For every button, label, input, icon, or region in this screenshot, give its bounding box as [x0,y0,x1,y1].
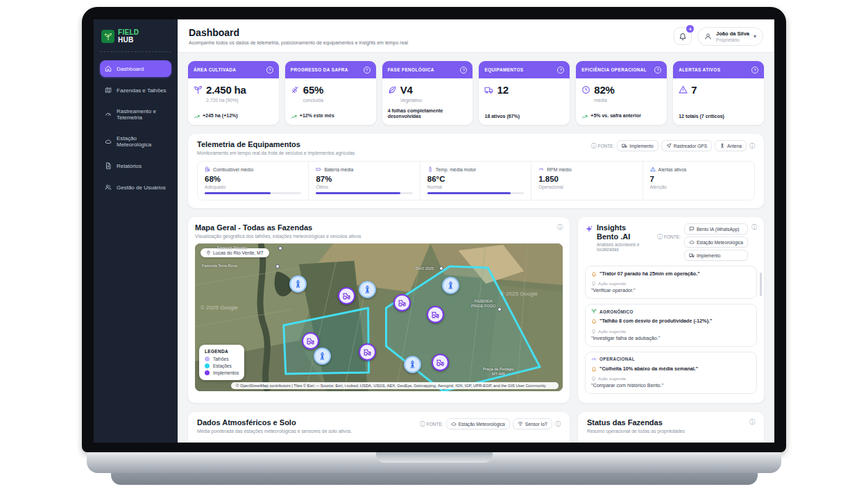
map-watermark: © 2025 Google [500,291,538,297]
map-marker-station[interactable] [442,277,459,294]
user-menu[interactable]: João da Silva Proprietário ▾ [697,27,763,46]
info-icon: ⓘ [590,142,596,150]
map-marker-implement[interactable] [338,287,355,304]
sidebar-item-label: Estação Meteorológica [117,135,167,148]
help-icon[interactable]: ? [364,67,371,74]
map-marker-implement[interactable] [427,306,444,323]
map-marker-station[interactable] [404,356,421,373]
chat-icon [689,226,695,232]
stat-value: 86°C [427,175,524,183]
info-icon[interactable]: ⓘ [751,223,757,231]
stat-status: Ótimo [316,185,412,189]
info-icon[interactable]: ⓘ [557,223,563,231]
source-chip-estacao[interactable]: Estação Meteorológica [684,237,748,248]
sidebar-item-fazendas[interactable]: Fazendas e Talhões [100,82,171,98]
legend-swatch [205,370,210,375]
help-icon[interactable]: ? [654,67,661,74]
kpi-title: ÁREA CULTIVADA [194,67,236,72]
main-area: Dashboard Acompanhe todos os dados de te… [178,19,774,443]
insights-scrollbar[interactable] [760,273,762,296]
stat-value: 87% [316,175,412,183]
sprout-icon [591,309,597,314]
tractor-icon [342,291,351,300]
kpi-footer: +5% vs. safra anterior [581,113,661,120]
topbar-actions: 4 João da Silva Proprietário ▾ [674,27,763,46]
source-chip-bento-ia[interactable]: Bento IA (WhatsApp) [684,223,748,234]
sidebar-item-rastreamento[interactable]: Rastreamento e Telemetria [100,103,171,126]
info-icon[interactable]: ⓘ [749,142,755,150]
stat-status: Adequado [205,185,301,189]
map-canvas[interactable]: Lucas do Rio Verde, MT Fazenda Planalto … [195,243,563,391]
legend-title: LEGENDA [205,349,239,354]
notifications-button[interactable]: 4 [674,27,692,45]
telemetry-title: Telemetria de Equipamentos [197,140,355,148]
bell-icon [679,32,687,40]
file-icon [105,162,112,169]
stat-rpm: RPM médio 1.850 Operacional [531,162,643,200]
source-chip-antena[interactable]: Antena [715,140,747,151]
info-icon[interactable]: ⓘ [555,420,561,428]
sidebar-item-usuarios[interactable]: Gestão de Usuários [100,179,171,196]
sidebar-item-label: Rastreamento e Telemetria [117,108,167,121]
gauge-icon [538,166,544,172]
laptop-base-notch [376,452,493,463]
person-icon [704,33,712,40]
kpi-subtitle: 2.720 ha (90%) [206,98,273,103]
legend-swatch [205,357,210,361]
progress-fill [205,192,271,194]
source-chip-rastreador-gps[interactable]: Rastreador GPS [661,140,712,151]
sidebar-item-relatorios[interactable]: Relatórios [100,157,171,174]
kpi-value: 2.450 ha [206,84,246,96]
insights-subtitle: Análises acionáveis e localizadas [597,242,657,252]
wheat-icon [291,85,300,94]
sidebar-item-estacao[interactable]: Estação Meteorológica [100,130,171,153]
map-farm-dot[interactable] [278,246,282,250]
page-subtitle: Acompanhe todos os dados de telemetria, … [189,40,408,45]
sidebar-divider [100,51,171,52]
map-marker-station[interactable] [314,348,331,365]
source-chip-implemento[interactable]: Implemento [684,250,748,261]
dashboard-content: ÁREA CULTIVADA ? 2.450 ha 2.720 ha (90%) [178,53,774,443]
info-icon[interactable]: ⓘ [749,418,755,426]
farms-status-title: Status das Fazendas [587,418,685,427]
help-icon[interactable]: ? [751,67,758,74]
source-chip-sensor-iot[interactable]: Sensor IoT [513,418,552,429]
telemetry-panel: Telemetria de Equipamentos Monitoramento… [188,134,764,208]
insight-card[interactable]: "Trator 07 parado há 25min em operação."… [585,266,757,299]
map-marker-implement[interactable] [302,332,319,350]
kpi-title: FASE FENOLÓGICA [388,67,434,72]
map-marker-station[interactable] [289,275,307,293]
map-farm-dot[interactable] [275,264,280,268]
help-icon[interactable]: ? [460,67,467,74]
insight-card[interactable]: OPERACIONAL "Colheita 10% abaixo da médi… [585,352,757,394]
progress-fill [427,192,511,194]
laptop-base-lower [111,473,758,485]
kpi-subtitle: Vegetativo [400,98,468,103]
telemetry-subtitle: Monitoramento em tempo real da frota de … [197,151,355,155]
tractor-icon [363,348,372,357]
kpi-footer: 18 ativos (67%) [484,114,564,120]
fonte-label: FONTE: [427,422,443,427]
insight-card[interactable]: AGRONÔMICO "Talhão 8 com desvio de produ… [585,304,757,346]
sidebar-item-dashboard[interactable]: Dashboard [100,60,171,77]
map-farm-dot[interactable] [497,307,502,311]
help-icon[interactable]: ? [266,67,273,74]
leaf-icon [388,85,397,94]
map-marker-implement[interactable] [393,294,411,311]
map-farm-dot[interactable] [439,266,443,271]
help-icon[interactable]: ? [557,67,564,74]
insight-category: OPERACIONAL [599,357,635,361]
trend-up-icon [194,114,200,120]
map-marker-implement[interactable] [432,354,449,371]
logo-line-1: FIELD [118,29,139,37]
map-subtitle: Visualização geográfica dos talhões, est… [195,234,361,239]
antenna-icon [446,281,455,290]
map-marker-station[interactable] [359,281,376,298]
map-marker-implement[interactable] [359,343,376,361]
source-chip-implemento[interactable]: Implemento [617,140,658,151]
atmospheric-subtitle: Média ponderada das estações meteorológi… [197,429,352,434]
insight-message: "Colheita 10% abaixo da média semanal." [599,366,698,372]
source-chip-estacao[interactable]: Estação Meteorológica [446,418,510,429]
telemetry-sources: ⓘFONTE: Implemento Rastreador GPS [590,140,755,151]
info-icon: ⓘ [420,420,425,428]
